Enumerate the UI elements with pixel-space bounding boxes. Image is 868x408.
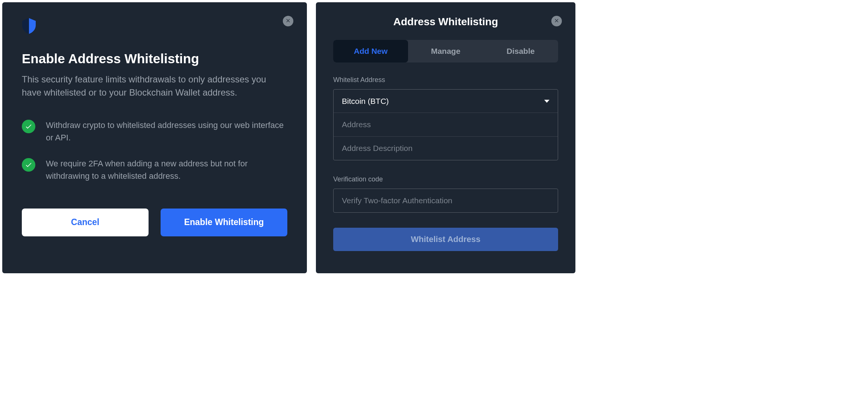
address-input[interactable]	[334, 113, 558, 136]
dialog-subtitle: This security feature limits withdrawals…	[22, 73, 287, 99]
address-description-input[interactable]	[334, 137, 558, 160]
verification-code-label: Verification code	[333, 175, 558, 183]
check-icon	[22, 120, 35, 133]
close-icon	[285, 18, 291, 24]
feature-bullet: Withdraw crypto to whitelisted addresses…	[22, 119, 287, 144]
panel-title: Address Whitelisting	[333, 16, 558, 28]
whitelist-tabs: Add New Manage Disable	[333, 40, 558, 62]
verification-code-group	[333, 189, 558, 213]
tab-add-new[interactable]: Add New	[333, 40, 408, 62]
coin-select-value: Bitcoin (BTC)	[342, 97, 389, 106]
feature-bullet-text: Withdraw crypto to whitelisted addresses…	[46, 119, 287, 144]
cancel-button[interactable]: Cancel	[22, 209, 149, 236]
chevron-down-icon	[544, 100, 549, 103]
enable-whitelisting-button[interactable]: Enable Whitelisting	[161, 209, 287, 236]
dialog-button-row: Cancel Enable Whitelisting	[22, 209, 287, 236]
shield-icon	[22, 18, 287, 35]
close-button[interactable]	[551, 16, 562, 26]
whitelist-address-group: Bitcoin (BTC)	[333, 89, 558, 160]
dialog-title: Enable Address Whitelisting	[22, 51, 287, 66]
tab-disable[interactable]: Disable	[483, 40, 558, 62]
close-button[interactable]	[283, 16, 293, 26]
feature-bullet: We require 2FA when adding a new address…	[22, 157, 287, 182]
close-icon	[554, 18, 559, 24]
whitelist-address-button[interactable]: Whitelist Address	[333, 228, 558, 251]
enable-whitelisting-dialog: Enable Address Whitelisting This securit…	[2, 2, 307, 273]
check-icon	[22, 158, 35, 172]
verification-code-input[interactable]	[334, 189, 558, 212]
feature-bullet-text: We require 2FA when adding a new address…	[46, 157, 287, 182]
whitelist-address-label: Whitelist Address	[333, 76, 558, 84]
address-whitelisting-panel: Address Whitelisting Add New Manage Disa…	[316, 2, 575, 273]
coin-select[interactable]: Bitcoin (BTC)	[334, 90, 558, 113]
tab-manage[interactable]: Manage	[408, 40, 483, 62]
